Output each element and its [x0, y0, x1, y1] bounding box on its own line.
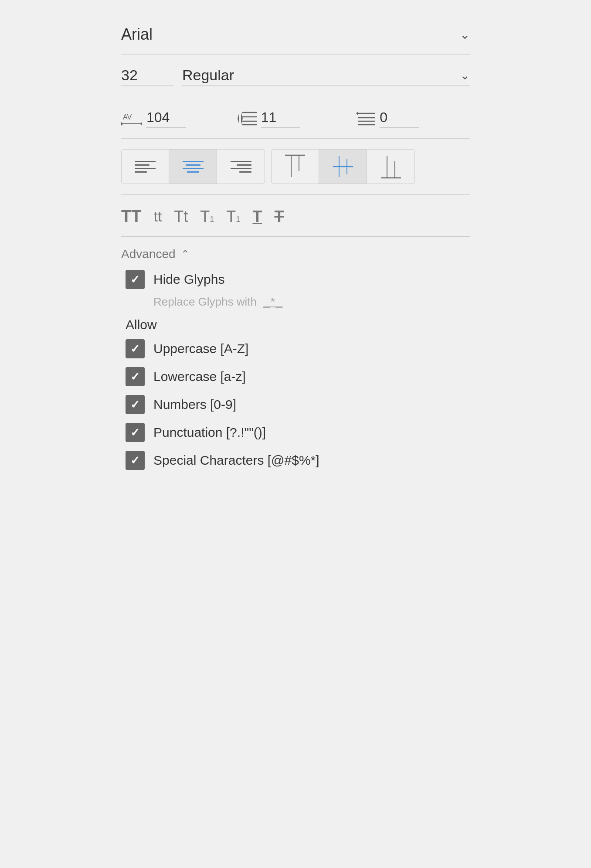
- line-spacing-icon: [238, 111, 257, 126]
- underline-button[interactable]: T: [252, 208, 262, 226]
- advanced-toggle[interactable]: Advanced ⌃: [121, 241, 470, 266]
- align-middle-button[interactable]: [319, 149, 367, 184]
- checkmark-icon: ✓: [130, 342, 140, 356]
- svg-marker-2: [121, 122, 123, 126]
- punctuation-allow-checkbox[interactable]: ✓: [126, 423, 145, 442]
- strikethrough-button[interactable]: T: [274, 208, 284, 226]
- horizontal-align-group: [121, 149, 265, 184]
- align-top-icon: [285, 153, 305, 180]
- hide-glyphs-label: Hide Glyphs: [153, 272, 224, 287]
- font-family-chevron-icon[interactable]: ⌄: [460, 27, 470, 42]
- superscript-button[interactable]: T1: [200, 208, 214, 226]
- metrics-row: AV: [121, 102, 470, 134]
- paragraph-spacing-input[interactable]: [380, 109, 419, 128]
- svg-marker-3: [140, 122, 142, 126]
- font-size-style-row: Regular ⌄: [121, 59, 470, 92]
- align-middle-icon: [333, 153, 353, 180]
- checkmark-icon: ✓: [130, 370, 140, 384]
- punctuation-allow-row: ✓ Punctuation [?.!""()]: [126, 419, 470, 446]
- divider-5: [121, 236, 470, 237]
- checkmark-icon: ✓: [130, 398, 140, 412]
- svg-marker-10: [356, 112, 358, 115]
- replace-glyphs-value[interactable]: _*_: [263, 295, 283, 308]
- checkmark-icon: ✓: [130, 454, 140, 467]
- divider-4: [121, 194, 470, 195]
- uppercase-button[interactable]: TT: [121, 207, 141, 226]
- subscript-button[interactable]: T1: [226, 208, 240, 226]
- font-family-row[interactable]: Arial ⌄: [121, 17, 470, 50]
- advanced-chevron-icon: ⌃: [181, 248, 190, 260]
- tracking-input[interactable]: [146, 109, 186, 128]
- advanced-label: Advanced: [121, 247, 176, 261]
- numbers-allow-row: ✓ Numbers [0-9]: [126, 391, 470, 419]
- align-bottom-button[interactable]: [367, 149, 415, 184]
- numbers-allow-label: Numbers [0-9]: [153, 397, 236, 412]
- special-chars-allow-row: ✓ Special Characters [@#$%*]: [126, 446, 470, 474]
- align-left-icon: [135, 161, 156, 173]
- svg-marker-8: [238, 112, 239, 125]
- uppercase-allow-checkbox[interactable]: ✓: [126, 339, 145, 358]
- checkmark-icon: ✓: [130, 273, 140, 286]
- capitalize-button[interactable]: Tt: [174, 208, 188, 226]
- align-bottom-icon: [381, 153, 401, 180]
- replace-glyphs-row: Replace Glyphs with _*_: [153, 293, 470, 313]
- vertical-align-group: [271, 149, 415, 184]
- replace-glyphs-text: Replace Glyphs with: [153, 295, 257, 308]
- align-center-icon: [183, 161, 204, 173]
- hide-glyphs-row: ✓ Hide Glyphs: [126, 266, 470, 293]
- tracking-cell: AV: [121, 109, 238, 128]
- paragraph-spacing-icon: [353, 111, 375, 126]
- transform-row: TT tt Tt T1 T1 T T: [121, 199, 470, 232]
- align-right-button[interactable]: [217, 149, 265, 184]
- lowercase-allow-label: Lowercase [a-z]: [153, 369, 246, 384]
- line-spacing-input[interactable]: [261, 109, 300, 128]
- lowercase-allow-row: ✓ Lowercase [a-z]: [126, 363, 470, 391]
- typography-panel: Arial ⌄ Regular ⌄ AV: [108, 9, 483, 483]
- uppercase-allow-row: ✓ Uppercase [A-Z]: [126, 335, 470, 363]
- align-center-button[interactable]: [169, 149, 217, 184]
- special-chars-allow-checkbox[interactable]: ✓: [126, 451, 145, 470]
- svg-marker-9: [241, 112, 243, 125]
- svg-text:AV: AV: [123, 113, 132, 121]
- alignment-section: [121, 143, 470, 190]
- font-family-label: Arial: [121, 25, 153, 44]
- allow-label: Allow: [126, 317, 470, 332]
- divider-2: [121, 97, 470, 97]
- divider-3: [121, 138, 470, 139]
- special-chars-allow-label: Special Characters [@#$%*]: [153, 453, 319, 468]
- punctuation-allow-label: Punctuation [?.!""()]: [153, 425, 266, 440]
- lowercase-allow-checkbox[interactable]: ✓: [126, 367, 145, 386]
- paragraph-spacing-cell: [353, 109, 470, 128]
- uppercase-allow-label: Uppercase [A-Z]: [153, 341, 248, 356]
- font-style-chevron-icon[interactable]: ⌄: [460, 68, 470, 82]
- hide-glyphs-checkbox[interactable]: ✓: [126, 270, 145, 289]
- font-size-input[interactable]: [121, 67, 173, 86]
- align-top-button[interactable]: [271, 149, 319, 184]
- font-style-row[interactable]: Regular ⌄: [182, 67, 470, 86]
- checkmark-icon: ✓: [130, 426, 140, 439]
- line-spacing-cell: [238, 109, 354, 128]
- numbers-allow-checkbox[interactable]: ✓: [126, 395, 145, 414]
- align-left-button[interactable]: [121, 149, 169, 184]
- font-style-label: Regular: [182, 67, 234, 84]
- align-right-icon: [231, 161, 251, 173]
- divider-1: [121, 54, 470, 54]
- lowercase-button[interactable]: tt: [153, 208, 162, 225]
- tracking-icon: AV: [121, 111, 142, 126]
